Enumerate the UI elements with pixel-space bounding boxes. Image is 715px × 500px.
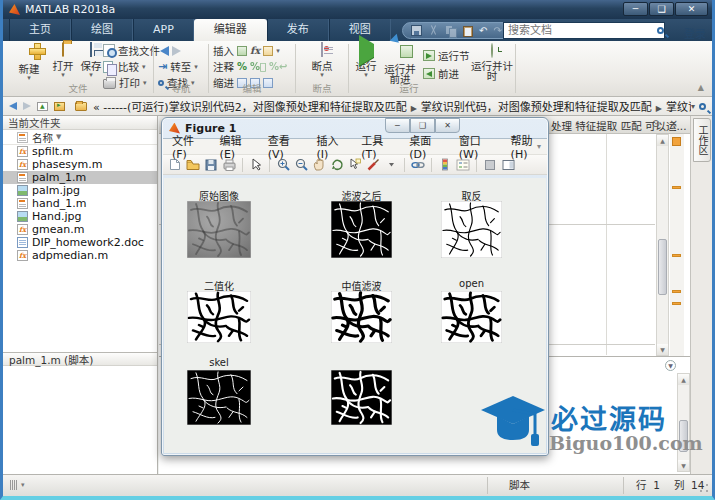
figure-menu-3[interactable]: 查看(V) [268,132,304,161]
nav-back-icon[interactable] [9,102,17,110]
breadcrumb-segment[interactable]: ------(可运行)掌纹识别代码2，对图像预处理和特征提取及匹配 [103,101,406,114]
comment-button[interactable]: 注释 % %⃠ %↩ [213,60,287,73]
maximize-button[interactable]: ❑ [649,2,674,16]
back-icon[interactable] [160,46,169,56]
statusbar-grip[interactable]: ▾ [10,480,25,490]
editor-tab-close-icon[interactable]: × [670,118,678,129]
close-button[interactable]: ✕ [675,2,708,16]
file-row-adpmedian.m[interactable]: adpmedian.m [3,249,157,262]
file-row-DIP_homework2.doc[interactable]: DIP_homework2.doc [3,236,157,249]
ribbon-tab-1[interactable]: 主页 [9,19,71,41]
nav-forward-icon[interactable] [23,102,31,110]
ribbon-tab-2[interactable]: 绘图 [71,19,133,41]
figure-maximize-button[interactable]: ❑ [410,118,435,133]
workspace-tab[interactable]: 工作区 [693,118,711,162]
advance-button[interactable]: 前进 [423,67,459,80]
file-type-status: 脚本 [487,477,623,494]
breadcrumb[interactable]: « ------(可运行)掌纹识别代码2，对图像预处理和特征提取及匹配▶掌纹识别… [93,98,691,114]
path-dropdown-icon[interactable]: ▾ [691,102,695,111]
ribbon-collapse-icon[interactable]: ▲ [698,83,704,92]
save-icon[interactable] [411,25,422,36]
search-icon[interactable] [657,27,664,34]
signin-link[interactable]: 登录 [684,25,706,41]
folder-browse-icon[interactable] [54,102,65,111]
file-row-palm_1.m[interactable]: palm_1.m [3,171,157,184]
breadcrumb-separator-icon: ▶ [652,104,666,113]
breadcrumb-segment[interactable]: 掌纹识别代码，对图像预处理和特征提取及匹配 [421,101,652,114]
undo-icon[interactable]: ↶ [479,25,487,36]
compare-button[interactable]: 比较▾ [103,60,146,73]
insert-button[interactable]: 插入 fx ▾ [213,44,280,57]
run-section-button[interactable]: 运行节 [423,49,470,62]
command-window-menu-icon[interactable]: ▼ [665,360,676,371]
ribbon-tab-4[interactable]: 编辑器 [194,19,267,41]
figure-canvas: 原始图像滤波之后取反二值化中值滤波openskel [164,178,546,453]
datacursor-icon[interactable] [348,158,362,172]
file-row-spfilt.m[interactable]: spfilt.m [3,145,157,158]
warning-indicator-icon[interactable] [672,137,681,146]
code-warning-marker[interactable] [672,302,681,305]
folder-search-icon[interactable] [699,103,706,110]
paste-icon[interactable] [462,25,473,36]
run-advance-button[interactable]: 运行并前进 [381,43,419,84]
editor-scrollbar[interactable]: ▲▼ [656,134,669,356]
figure-close-button[interactable]: ✕ [435,118,460,133]
goto-button[interactable]: ⇥ 转至▾ [158,60,198,73]
open-folder-icon [62,42,64,57]
subplot-title: open [441,278,502,289]
editor-tab-menu-icon[interactable]: ⊙ [652,118,660,129]
ribbon-tab-3[interactable]: APP [133,19,194,41]
ribbon-group-nav: ⇥ 转至▾ 查找▾ 导航 [154,41,208,96]
figure-subplot-skel: skel [187,370,251,425]
figure-menubar-pin-icon[interactable]: ▾ [537,142,541,151]
figure-menu-5[interactable]: 工具(T) [361,132,396,161]
minimize-button[interactable]: ─ [623,2,648,16]
figure-subplot-滤波之后: 滤波之后 [331,201,392,258]
file-row-Hand.jpg[interactable]: Hand.jpg [3,210,157,223]
editor-tab-title[interactable]: 处理 特征提取 匹配 可以运... [551,118,687,133]
name-column-header[interactable]: 名称 ▼ [3,130,157,145]
code-warning-marker[interactable] [672,254,681,257]
code-warning-marker[interactable] [672,186,681,189]
current-folder-header: 当前文件夹 [3,116,157,130]
breakpoints-icon [321,42,323,57]
figure-menu-6[interactable]: 桌面(D) [409,132,446,161]
subplot-title: 中值滤波 [331,278,392,293]
cut-icon[interactable] [428,25,439,36]
figure-subplot-二值化: 二值化 [187,291,251,343]
resize-grip[interactable] [698,482,710,494]
figure-menu-1[interactable]: 文件(F) [172,132,207,161]
breakpoints-button[interactable]: 断点▾ [304,43,340,79]
file-row-palm.jpg[interactable]: palm.jpg [3,184,157,197]
figure-menu-7[interactable]: 窗口(W) [459,132,498,161]
new-button[interactable]: 新建▾ [11,43,47,82]
figure-menu-8[interactable]: 帮助(H) [511,132,547,161]
editor-indicator-column [670,134,684,356]
subplot-title: 二值化 [187,278,251,293]
command-scrollbar[interactable]: ▲▼ [677,373,690,472]
breadcrumb-segment[interactable]: 掌纹识别2 [666,101,691,114]
run-time-button[interactable]: 运行并计时 [471,43,513,81]
subplot-title: skel [187,357,251,368]
wrap-comment-icon: %↩ [269,61,287,72]
copy-icon[interactable] [445,25,456,36]
redo-icon[interactable]: ↷ [493,25,501,36]
figure-minimize-button[interactable]: ─ [385,118,410,133]
sort-icon: ▼ [56,133,61,141]
file-row-phasesym.m[interactable]: phasesym.m [3,158,157,171]
folder-up-icon[interactable] [37,102,48,111]
find-files-button[interactable]: 查找文件 [103,44,160,57]
ribbon-tab-5[interactable]: 发布 [267,19,329,41]
search-input[interactable] [504,24,657,37]
run-time-icon [491,43,493,58]
file-row-gmean.m[interactable]: gmean.m [3,223,157,236]
file-icon [17,172,28,183]
figure-window[interactable]: Figure 1 ─ ❑ ✕ 文件(F)编辑(E)查看(V)插入(I)工具(T)… [161,117,549,456]
subplot-title: 取反 [441,188,502,203]
file-row-hand_1.m[interactable]: hand_1.m [3,197,157,210]
forward-icon[interactable] [172,46,181,56]
run-button[interactable]: 运行▾ [349,43,383,79]
figure-menu-2[interactable]: 编辑(E) [220,132,255,161]
figure-menu-4[interactable]: 插入(I) [316,132,348,161]
code-warning-marker[interactable] [672,290,681,293]
